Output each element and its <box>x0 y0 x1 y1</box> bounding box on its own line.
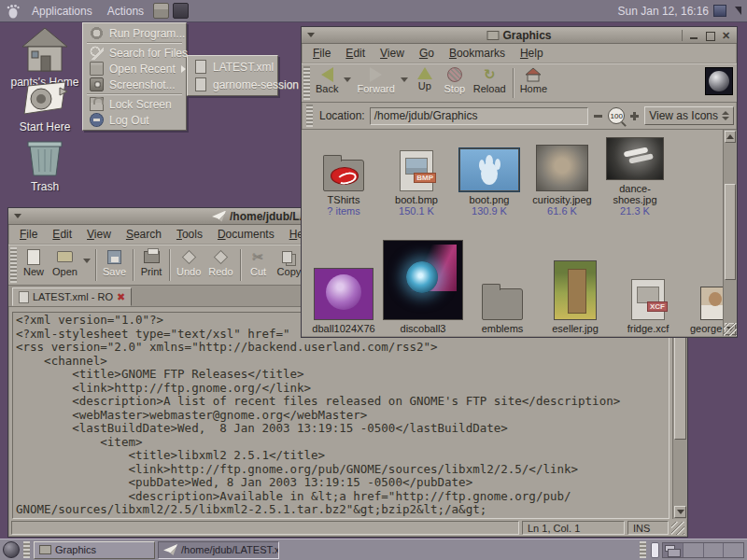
code-line: <title>GNOME FTP Releases</title> <box>16 368 669 382</box>
menu-tools[interactable]: Tools <box>169 226 210 243</box>
home-launcher-icon[interactable] <box>153 3 169 19</box>
tasklist-handle[interactable] <box>23 541 30 558</box>
applications-menu[interactable]: Applications <box>24 3 100 20</box>
redo-button[interactable]: Redo <box>204 245 236 279</box>
window-menu-button[interactable] <box>304 30 317 41</box>
home-icon <box>21 26 69 73</box>
undo-icon <box>180 248 197 265</box>
submenu-item-latest-xml[interactable]: LATEST.xml <box>190 58 275 76</box>
file-view[interactable]: TShirts ? items BMP boot.bmp 150.1 K boo… <box>302 130 737 336</box>
toolbar-handle[interactable] <box>303 66 310 100</box>
workspace-2[interactable] <box>684 543 704 557</box>
menu-edit[interactable]: Edit <box>45 226 79 243</box>
back-button[interactable]: Back <box>312 64 342 96</box>
menu-go[interactable]: Go <box>412 45 442 62</box>
menu-view[interactable]: View <box>373 45 412 62</box>
close-button[interactable]: ✕ <box>720 30 732 41</box>
document-tab[interactable]: LATEST.xml - RO ✖ <box>12 287 132 306</box>
forward-dropdown-arrow[interactable] <box>401 77 408 82</box>
desktop-icon-start-here[interactable]: Start Here <box>0 80 90 133</box>
save-button[interactable]: Save <box>99 245 130 279</box>
file-item-tshirts[interactable]: TShirts ? items <box>307 160 380 217</box>
minimize-button[interactable] <box>688 30 700 41</box>
view-as-dropdown[interactable]: View as Icons <box>644 106 734 125</box>
file-item-dance-shoes[interactable]: dance-shoes.jpg 21.3 K <box>599 137 671 217</box>
scroll-up-arrow[interactable] <box>725 131 736 143</box>
menu-item-search-for-files[interactable]: Search for Files... <box>85 45 184 61</box>
file-item-curiosity[interactable]: curiosity.jpeg 61.6 K <box>526 145 599 217</box>
locationbar-handle[interactable] <box>306 105 313 127</box>
menu-item-open-recent[interactable]: Open Recent <box>85 61 184 77</box>
file-item-eseller[interactable]: eseller.jpg <box>539 260 612 334</box>
view-as-stepper-icon[interactable] <box>722 111 729 120</box>
toolbar-handle[interactable] <box>10 247 17 283</box>
print-button[interactable]: Print <box>136 245 166 279</box>
zoom-out-button[interactable] <box>593 111 603 121</box>
file-item-discoball3[interactable]: discoball3 <box>380 240 466 334</box>
text-area[interactable]: <?xml version="1.0"?> <?xml-stylesheet t… <box>12 312 669 519</box>
workspace-4[interactable] <box>724 543 743 557</box>
file-item-boot-bmp[interactable]: BMP boot.bmp 150.1 K <box>380 150 453 217</box>
file-item-dball[interactable]: dball1024X76 <box>307 268 380 334</box>
panel-hide-arrow-icon[interactable] <box>735 7 741 15</box>
zoom-level-indicator[interactable]: 100 <box>608 107 625 124</box>
file-view-scrollbar[interactable] <box>723 130 737 336</box>
taskbar-applet-icon[interactable] <box>3 541 20 558</box>
pager-handle[interactable] <box>640 541 646 558</box>
back-dropdown-arrow[interactable] <box>344 77 351 82</box>
stop-button[interactable]: Stop <box>440 64 470 96</box>
file-item-emblems[interactable]: emblems <box>466 288 539 334</box>
workspace-switcher[interactable] <box>662 542 744 558</box>
scroll-down-arrow[interactable] <box>674 506 686 518</box>
editor-scrollbar[interactable] <box>672 312 687 519</box>
menu-file[interactable]: File <box>12 226 45 243</box>
location-input[interactable]: /home/jdub/Graphics <box>370 107 588 125</box>
task-button-graphics[interactable]: Graphics <box>34 541 155 559</box>
home-button[interactable]: Home <box>516 64 551 96</box>
scrollbar-thumb[interactable] <box>725 184 736 280</box>
file-item-boot-png[interactable]: boot.png 130.9 K <box>453 148 526 217</box>
menu-bookmarks[interactable]: Bookmarks <box>442 45 513 62</box>
code-line: GNOME/sources/libxml2/2.5/libxml2-2.5.1.… <box>16 503 669 517</box>
pager-applet-icon[interactable] <box>651 542 659 558</box>
up-button[interactable]: Up <box>410 64 440 93</box>
workspace-3[interactable] <box>704 543 725 557</box>
clock[interactable]: Sun Jan 12, 16:16 <box>618 5 709 18</box>
menu-item-run-program[interactable]: Run Program... <box>85 25 184 41</box>
new-button[interactable]: New <box>19 245 49 279</box>
actions-menu[interactable]: Actions <box>100 3 151 20</box>
resize-grip[interactable] <box>671 522 684 535</box>
menu-file[interactable]: File <box>305 45 338 62</box>
file-item-fridge[interactable]: XCF fridge.xcf <box>612 279 684 334</box>
menu-item-lock-screen[interactable]: Lock Screen <box>85 96 184 112</box>
tab-close-icon[interactable]: ✖ <box>117 291 125 303</box>
open-dropdown-arrow[interactable] <box>83 259 91 263</box>
submenu-item-garnome-session[interactable]: garnome-session <box>190 76 275 93</box>
reload-button[interactable]: ↻Reload <box>470 64 510 96</box>
gnome-foot-icon <box>6 4 21 19</box>
task-button-gedit[interactable]: /home/jdub/LATEST.xml <box>158 541 279 559</box>
resize-grip[interactable] <box>724 323 737 336</box>
menu-search[interactable]: Search <box>119 226 169 243</box>
maximize-button[interactable] <box>704 30 716 41</box>
desktop-icon-trash[interactable]: Trash <box>0 138 90 193</box>
forward-button[interactable]: Forward <box>353 64 398 96</box>
file-manager-titlebar[interactable]: Graphics ✕ <box>302 27 737 44</box>
clock-applet-icon[interactable] <box>713 5 726 17</box>
menu-item-log-out[interactable]: Log Out <box>85 112 184 128</box>
workspace-1[interactable] <box>663 543 684 557</box>
throbber-sphere-icon <box>709 71 729 91</box>
menu-documents[interactable]: Documents <box>210 226 282 243</box>
cut-button[interactable]: ✂Cut <box>244 245 274 279</box>
window-menu-button[interactable] <box>11 211 23 222</box>
menu-item-screenshot[interactable]: Screenshot... <box>85 77 184 92</box>
zoom-in-button[interactable] <box>629 111 640 121</box>
menu-edit[interactable]: Edit <box>338 45 373 62</box>
desktop-icon-home[interactable]: pants's Home <box>0 26 90 89</box>
scrollbar-thumb[interactable] <box>674 326 686 440</box>
undo-button[interactable]: Undo <box>173 245 204 279</box>
screenshot-launcher-icon[interactable] <box>173 3 189 19</box>
open-button[interactable]: Open <box>49 245 81 279</box>
menu-help[interactable]: Help <box>513 45 551 62</box>
menu-view[interactable]: View <box>79 226 119 243</box>
